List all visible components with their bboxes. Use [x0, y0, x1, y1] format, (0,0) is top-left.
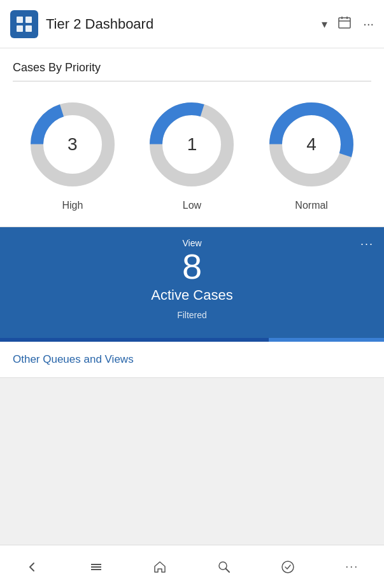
page-title: Tier 2 Dashboard: [46, 16, 322, 32]
svg-line-18: [225, 568, 229, 572]
chart-normal-label: Normal: [295, 200, 328, 211]
check-button[interactable]: [272, 551, 304, 583]
cases-section-title: Cases By Priority: [13, 61, 371, 74]
donut-low-value: 1: [187, 134, 197, 155]
other-queues-link[interactable]: Other Queues and Views: [13, 353, 134, 365]
chart-high: 3 High: [25, 97, 120, 211]
chevron-down-icon[interactable]: ▾: [322, 17, 327, 31]
donut-normal: 4: [264, 97, 359, 192]
calendar-icon[interactable]: [338, 15, 352, 32]
back-button[interactable]: [16, 551, 48, 583]
donut-low: 1: [144, 97, 239, 192]
header: Tier 2 Dashboard ▾ ···: [0, 0, 384, 48]
other-queues-section: Other Queues and Views: [0, 342, 384, 378]
donut-high: 3: [25, 97, 120, 192]
app-logo[interactable]: [10, 10, 38, 38]
more-nav-icon[interactable]: ···: [336, 551, 368, 583]
filtered-label: Filtered: [13, 310, 371, 320]
active-cases-more-icon[interactable]: ···: [360, 237, 374, 251]
cases-by-priority-section: Cases By Priority 3 High: [0, 48, 384, 227]
svg-point-19: [282, 561, 294, 573]
svg-rect-1: [25, 17, 32, 23]
menu-button[interactable]: [80, 551, 112, 583]
home-button[interactable]: [144, 551, 176, 583]
chart-low-label: Low: [183, 200, 201, 211]
svg-rect-3: [25, 25, 32, 32]
section-divider: [13, 81, 371, 81]
header-actions: ···: [338, 15, 374, 32]
active-cases-title: Active Cases: [13, 287, 371, 304]
more-options-icon[interactable]: ···: [363, 17, 374, 31]
svg-rect-2: [17, 25, 23, 32]
svg-rect-4: [339, 18, 350, 28]
donut-normal-value: 4: [306, 134, 316, 155]
svg-rect-0: [17, 17, 23, 23]
chart-high-label: High: [62, 200, 83, 211]
chart-normal: 4 Normal: [264, 97, 359, 211]
charts-row: 3 High 1 Low: [13, 97, 371, 211]
donut-high-value: 3: [68, 134, 78, 155]
search-button[interactable]: [208, 551, 240, 583]
bottom-navigation: ···: [0, 545, 384, 588]
active-count: 8: [13, 249, 371, 284]
active-cases-section: View ··· 8 Active Cases Filtered: [0, 227, 384, 338]
chart-low: 1 Low: [144, 97, 239, 211]
